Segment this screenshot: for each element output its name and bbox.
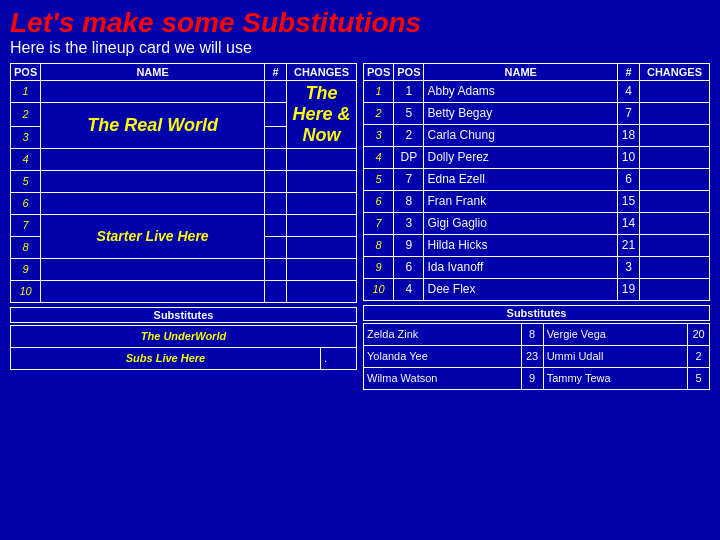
right-sub-num2-1: 20 (688, 323, 710, 345)
right-panel: POS POS NAME # CHANGES 1 1 Abby Adams 4 … (363, 63, 710, 390)
right-row-1-name: Abby Adams (424, 80, 618, 102)
right-row-8-pos: 8 (364, 234, 394, 256)
left-row-10-pos: 10 (11, 280, 41, 302)
right-row-4-name: Dolly Perez (424, 146, 618, 168)
right-row-8-changes (640, 234, 710, 256)
left-row-7-changes (287, 214, 357, 236)
right-header-changes: CHANGES (640, 63, 710, 80)
right-sub-name1-1: Zelda Zink (364, 323, 522, 345)
left-header-pos: POS (11, 63, 41, 80)
right-row-6-pos: 6 (364, 190, 394, 212)
left-row-9-changes (287, 258, 357, 280)
right-row-7-num: 14 (618, 212, 640, 234)
left-row-6-name (41, 192, 265, 214)
right-row-1-rpos: 1 (394, 80, 424, 102)
right-row-4-pos: 4 (364, 146, 394, 168)
right-row-2-name: Betty Begay (424, 102, 618, 124)
left-row-4-name (41, 148, 265, 170)
right-row-3-name: Carla Chung (424, 124, 618, 146)
left-row-10-changes (287, 280, 357, 302)
left-row-8-pos: 8 (11, 236, 41, 258)
left-row-6-num (265, 192, 287, 214)
right-row-7-changes (640, 212, 710, 234)
right-sub-row-1: Zelda Zink 8 Vergie Vega 20 (364, 323, 710, 345)
changes-label: The Here & Now (290, 83, 353, 146)
left-row-5-changes (287, 170, 357, 192)
left-row-9-name (41, 258, 265, 280)
right-row-3-changes (640, 124, 710, 146)
right-row-2-num: 7 (618, 102, 640, 124)
right-header-pos2: POS (394, 63, 424, 80)
left-row-2-num (265, 102, 287, 126)
table-row: 6 8 Fran Frank 15 (364, 190, 710, 212)
right-sub-name2-3: Tammy Tewa (543, 367, 687, 389)
right-row-5-rpos: 7 (394, 168, 424, 190)
right-row-2-changes (640, 102, 710, 124)
right-row-1-changes (640, 80, 710, 102)
left-row-3-pos: 3 (11, 126, 41, 148)
left-row-10-num (265, 280, 287, 302)
right-row-9-num: 3 (618, 256, 640, 278)
left-row-1-changes: The Here & Now (287, 80, 357, 148)
right-row-10-changes (640, 278, 710, 300)
right-row-6-changes (640, 190, 710, 212)
table-row: 3 2 Carla Chung 18 (364, 124, 710, 146)
right-row-8-rpos: 9 (394, 234, 424, 256)
left-sub-label-2: Subs Live Here (11, 347, 321, 369)
table-row: 9 6 Ida Ivanoff 3 (364, 256, 710, 278)
right-sub-num1-3: 9 (521, 367, 543, 389)
left-sub-dot: . (320, 347, 356, 369)
left-header-name: NAME (41, 63, 265, 80)
right-sub-name1-2: Yolanda Yee (364, 345, 522, 367)
right-row-3-num: 18 (618, 124, 640, 146)
right-row-3-rpos: 2 (394, 124, 424, 146)
left-row-3-num (265, 126, 287, 148)
table-row: 8 9 Hilda Hicks 21 (364, 234, 710, 256)
left-header-num: # (265, 63, 287, 80)
right-row-5-changes (640, 168, 710, 190)
left-row-7-num (265, 214, 287, 236)
right-sub-title: Substitutes (363, 305, 710, 321)
left-sub-row-2: Subs Live Here . (11, 347, 357, 369)
left-row-5-pos: 5 (11, 170, 41, 192)
right-sub-num2-3: 5 (688, 367, 710, 389)
right-sub-name1-3: Wilma Watson (364, 367, 522, 389)
right-row-6-num: 15 (618, 190, 640, 212)
table-row: 4 DP Dolly Perez 10 (364, 146, 710, 168)
right-row-4-num: 10 (618, 146, 640, 168)
left-row-4-num (265, 148, 287, 170)
left-row-9-pos: 9 (11, 258, 41, 280)
left-row-9-num (265, 258, 287, 280)
right-row-2-rpos: 5 (394, 102, 424, 124)
left-row-1-name (41, 80, 265, 102)
page-title: Let's make some Substitutions (10, 8, 710, 39)
table-row: 2 5 Betty Begay 7 (364, 102, 710, 124)
left-row-2-pos: 2 (11, 102, 41, 126)
left-sub-label-1: The UnderWorld (11, 325, 357, 347)
right-header-num: # (618, 63, 640, 80)
right-sub-section: Substitutes Zelda Zink 8 Vergie Vega 20 … (363, 305, 710, 390)
left-sub-row-1: The UnderWorld (11, 325, 357, 347)
left-row-5-name (41, 170, 265, 192)
right-sub-table: Zelda Zink 8 Vergie Vega 20 Yolanda Yee … (363, 323, 710, 390)
page-subtitle: Here is the lineup card we will use (10, 39, 710, 57)
right-row-10-rpos: 4 (394, 278, 424, 300)
table-row: 6 (11, 192, 357, 214)
right-sub-num1-1: 8 (521, 323, 543, 345)
left-row-4-changes (287, 148, 357, 170)
right-header-pos: POS (364, 63, 394, 80)
main-layout: POS NAME # CHANGES 1 The Here & Now (10, 63, 710, 390)
right-row-7-pos: 7 (364, 212, 394, 234)
left-row-2-name: The Real World (41, 102, 265, 148)
left-sub-title: Substitutes (10, 307, 357, 323)
right-header-name: NAME (424, 63, 618, 80)
right-row-3-pos: 3 (364, 124, 394, 146)
table-row: 10 (11, 280, 357, 302)
left-panel: POS NAME # CHANGES 1 The Here & Now (10, 63, 357, 390)
right-row-2-pos: 2 (364, 102, 394, 124)
left-row-8-num (265, 236, 287, 258)
table-row: 4 (11, 148, 357, 170)
left-sub-table: The UnderWorld Subs Live Here . (10, 325, 357, 370)
right-row-6-name: Fran Frank (424, 190, 618, 212)
left-row-1-num (265, 80, 287, 102)
